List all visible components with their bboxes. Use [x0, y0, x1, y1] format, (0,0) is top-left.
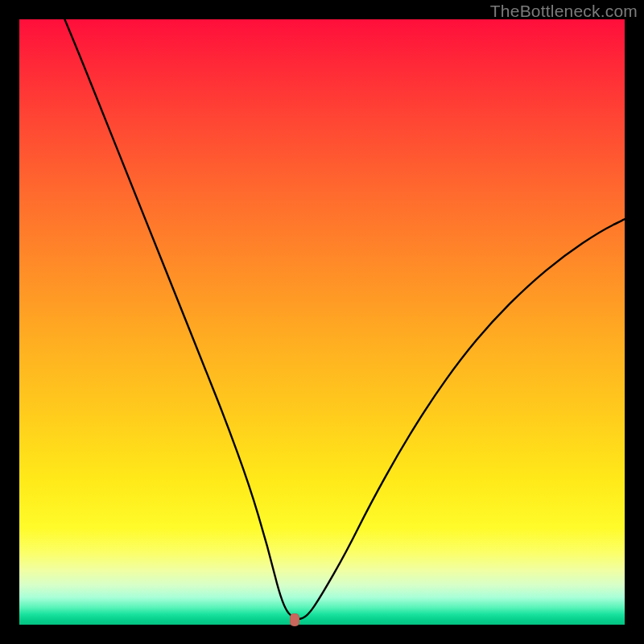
watermark-text: TheBottleneck.com	[490, 2, 638, 21]
plot-area	[19, 19, 625, 625]
minimum-marker	[290, 613, 299, 626]
chart-frame: TheBottleneck.com	[0, 0, 644, 644]
bottleneck-curve	[19, 19, 625, 625]
